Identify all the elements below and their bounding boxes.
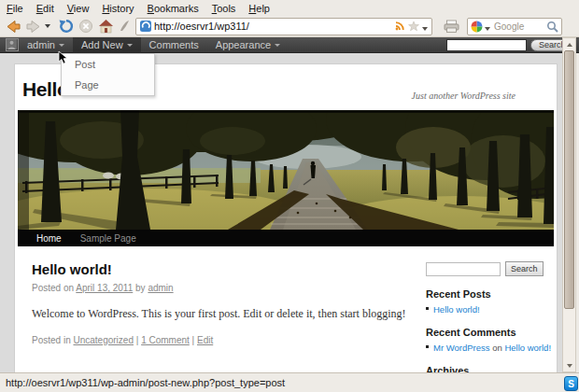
status-bar: http://oesrvr1/wp311/wp-admin/post-new.p… — [0, 372, 579, 392]
adminbar-add-new-menu[interactable]: Add New — [73, 37, 141, 53]
site-container: Hello World Just another WordPress site — [14, 63, 558, 372]
menu-bookmarks[interactable]: Bookmarks — [141, 2, 205, 15]
post-author-link[interactable]: admin — [148, 283, 173, 293]
print-icon[interactable] — [440, 17, 462, 35]
bullet-icon — [426, 345, 429, 348]
dropdown-item-page[interactable]: Page — [62, 75, 154, 95]
back-icon[interactable] — [3, 17, 23, 35]
menu-history[interactable]: History — [95, 2, 140, 15]
bullet-icon — [426, 307, 429, 310]
post: Hello world! Posted on April 13, 2011 by… — [32, 261, 415, 345]
recent-post-link[interactable]: Hello world! — [433, 304, 480, 315]
home-icon[interactable] — [95, 17, 116, 35]
header-image — [18, 110, 554, 230]
status-link-url: http://oesrvr1/wp311/wp-admin/post-new.p… — [6, 377, 285, 388]
browser-nav-toolbar: http://oesrvr1/wp311/ — [0, 16, 579, 37]
chevron-down-icon — [275, 44, 280, 47]
url-bar[interactable]: http://oesrvr1/wp311/ — [135, 18, 432, 35]
post-footer-meta: Posted in Uncategorized | 1 Comment | Ed… — [32, 335, 415, 345]
trees-header-illustration — [18, 110, 554, 230]
comments-link[interactable]: 1 Comment — [141, 335, 190, 345]
search-engine-icon[interactable] — [471, 21, 483, 33]
adminbar-search: Search — [446, 39, 574, 51]
sidebar-search: Search — [426, 261, 557, 276]
wp-admin-bar: admin Add New Comments Appearance Search — [0, 37, 579, 53]
engine-chevron-icon[interactable] — [485, 18, 490, 35]
adminbar-comments-label: Comments — [149, 39, 199, 50]
separator: | — [136, 335, 139, 345]
scroll-up-icon[interactable] — [564, 39, 574, 49]
forward-icon[interactable] — [23, 17, 42, 35]
site-favicon — [140, 21, 151, 32]
menu-file[interactable]: File — [0, 2, 30, 15]
scrollbar-thumb[interactable] — [564, 50, 574, 309]
nav-item-sample-page[interactable]: Sample Page — [80, 233, 136, 244]
chevron-down-icon — [59, 44, 64, 47]
site-content: Hello world! Posted on April 13, 2011 by… — [18, 246, 554, 373]
menu-edit[interactable]: Edit — [30, 2, 61, 15]
category-link[interactable]: Uncategorized — [73, 335, 133, 345]
posted-in-text: Posted in — [32, 335, 71, 345]
reload-icon[interactable] — [56, 17, 76, 35]
web-search-box[interactable] — [467, 18, 562, 35]
magnifier-icon[interactable] — [546, 21, 558, 33]
sidebar-search-input[interactable] — [426, 262, 501, 276]
mouse-cursor-icon — [58, 50, 69, 69]
post-date-link[interactable]: April 13, 2011 — [76, 283, 133, 293]
browser-menu-bar: File Edit View History Bookmarks Tools H… — [0, 0, 579, 16]
adminbar-add-new-label: Add New — [81, 39, 123, 50]
stop-icon[interactable] — [76, 17, 95, 35]
menu-tools[interactable]: Tools — [205, 2, 243, 15]
web-search-input[interactable] — [492, 21, 544, 33]
recent-comments-title: Recent Comments — [426, 327, 557, 338]
separator: | — [192, 335, 195, 345]
add-new-dropdown: Post Page — [61, 53, 155, 96]
recent-posts-title: Recent Posts — [426, 288, 557, 300]
by-text: by — [135, 283, 146, 293]
scroll-down-icon[interactable] — [564, 360, 574, 371]
vertical-scrollbar[interactable] — [562, 37, 576, 372]
sidebar-search-button[interactable]: Search — [505, 261, 544, 276]
site-tagline: Just another WordPress site — [412, 91, 515, 101]
back-history-chevron-icon[interactable] — [42, 17, 52, 35]
nav-item-home[interactable]: Home — [36, 233, 62, 244]
adminbar-appearance-label: Appearance — [216, 39, 271, 50]
url-text[interactable]: http://oesrvr1/wp311/ — [154, 21, 391, 32]
adminbar-comments[interactable]: Comments — [141, 37, 207, 53]
edit-link[interactable]: Edit — [197, 335, 213, 345]
quill-icon[interactable] — [118, 17, 131, 35]
adminbar-search-input[interactable] — [446, 39, 527, 51]
list-item: Hello world! — [426, 304, 557, 315]
adminbar-user-label: admin — [27, 39, 55, 50]
bookmark-star-icon[interactable] — [408, 21, 419, 32]
post-title[interactable]: Hello world! — [32, 261, 415, 277]
posted-on-text: Posted on — [32, 283, 74, 293]
menu-view[interactable]: View — [61, 2, 96, 15]
post-body: Welcome to WordPress. This is your first… — [32, 307, 415, 321]
post-meta: Posted on April 13, 2011 by admin — [32, 283, 415, 293]
on-text: on — [492, 343, 502, 353]
avatar — [6, 38, 19, 51]
url-dropdown-chevron-icon[interactable] — [422, 18, 428, 35]
chevron-down-icon — [127, 44, 133, 47]
adminbar-appearance-menu[interactable]: Appearance — [207, 37, 289, 53]
comment-post-link[interactable]: Hello world! — [504, 343, 551, 353]
dropdown-item-post[interactable]: Post — [62, 54, 154, 75]
rss-icon[interactable] — [394, 21, 405, 32]
menu-help[interactable]: Help — [242, 2, 276, 15]
wordpress-page: Hello World Just another WordPress site — [0, 53, 564, 372]
list-item: Mr WordPress on Hello world! — [426, 343, 557, 353]
tray-badge-icon[interactable]: S — [564, 376, 578, 391]
site-nav-bar: Home Sample Page — [18, 230, 554, 246]
comment-author-link[interactable]: Mr WordPress — [433, 343, 490, 353]
